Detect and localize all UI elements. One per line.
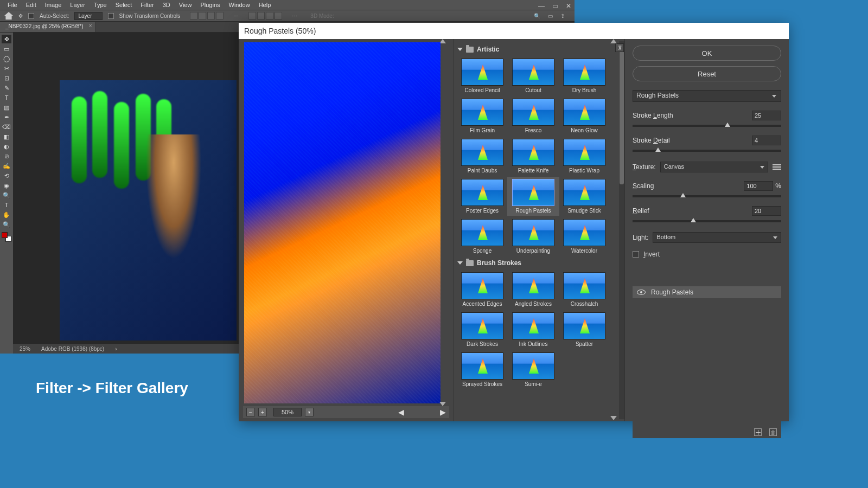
- tool-10[interactable]: ◧: [2, 132, 11, 141]
- canvas[interactable]: [60, 80, 237, 341]
- transform-checkbox[interactable]: [108, 13, 114, 19]
- scroll-up-icon[interactable]: [610, 39, 617, 43]
- menu-view[interactable]: View: [175, 1, 196, 9]
- collapse-categories-button[interactable]: ⊼: [615, 43, 624, 52]
- category-artistic[interactable]: Artistic: [456, 43, 622, 55]
- new-effect-layer-button[interactable]: [754, 428, 762, 436]
- filter-thumb-rough-pastels[interactable]: Rough Pastels: [507, 177, 559, 216]
- filter-thumb-sponge[interactable]: Sponge: [458, 219, 506, 254]
- invert-checkbox[interactable]: [633, 251, 639, 258]
- zoom-out-button[interactable]: −: [246, 408, 255, 416]
- align-btn[interactable]: [199, 12, 206, 20]
- more-icon[interactable]: ⋯: [233, 13, 239, 19]
- light-select[interactable]: Bottom: [653, 232, 781, 243]
- tool-19[interactable]: 🔍: [2, 220, 11, 229]
- tool-8[interactable]: ✒: [2, 113, 11, 121]
- delete-effect-layer-button[interactable]: 🗑: [769, 428, 777, 436]
- zoom-in-button[interactable]: +: [258, 408, 267, 416]
- filter-thumb-neon-glow[interactable]: Neon Glow: [560, 99, 608, 133]
- zoom-value[interactable]: 50%: [273, 408, 302, 416]
- zoom-value[interactable]: 25%: [20, 346, 30, 352]
- minimize-button[interactable]: —: [538, 2, 545, 10]
- menu-image[interactable]: Image: [41, 1, 66, 9]
- filter-thumb-film-grain[interactable]: Film Grain: [458, 99, 506, 133]
- stroke-detail-slider[interactable]: [633, 150, 781, 152]
- filter-thumb-fresco[interactable]: Fresco: [509, 99, 557, 133]
- filter-thumb-spatter[interactable]: Spatter: [560, 312, 608, 347]
- align-btn[interactable]: [248, 12, 256, 20]
- filter-thumb-crosshatch[interactable]: Crosshatch: [560, 272, 608, 307]
- effect-layer-row[interactable]: Rough Pastels: [633, 286, 781, 298]
- scroll-down-icon[interactable]: [439, 402, 446, 406]
- scaling-slider[interactable]: [633, 195, 781, 197]
- tool-6[interactable]: T: [2, 93, 11, 102]
- more-icon[interactable]: ⋯: [292, 13, 297, 19]
- stroke-length-input[interactable]: [752, 111, 781, 120]
- relief-input[interactable]: [752, 206, 781, 216]
- home-icon[interactable]: [4, 12, 13, 20]
- filter-thumb-watercolor[interactable]: Watercolor: [560, 219, 608, 254]
- document-tab[interactable]: _NBP0322.jpg @ 25% (RGB/8*): [0, 22, 96, 32]
- nav-next-icon[interactable]: ▶: [440, 408, 446, 416]
- align-btn[interactable]: [275, 12, 282, 20]
- close-button[interactable]: ✕: [566, 2, 571, 10]
- category-brush-strokes[interactable]: Brush Strokes: [456, 257, 622, 269]
- tool-12[interactable]: ⎚: [2, 152, 11, 160]
- tool-2[interactable]: ◯: [2, 54, 11, 63]
- tool-15[interactable]: ◉: [2, 181, 11, 190]
- tool-1[interactable]: ▭: [2, 44, 11, 53]
- filter-thumb-colored-pencil[interactable]: Colored Pencil: [458, 59, 506, 93]
- nav-prev-icon[interactable]: ◀: [398, 408, 404, 416]
- menu-help[interactable]: Help: [254, 1, 276, 9]
- align-btn[interactable]: [216, 12, 224, 20]
- align-btn[interactable]: [266, 12, 273, 20]
- relief-slider[interactable]: [633, 220, 781, 222]
- tool-4[interactable]: ⊡: [2, 74, 11, 82]
- menu-filter[interactable]: Filter: [136, 1, 158, 9]
- align-btn[interactable]: [207, 12, 215, 20]
- align-btn[interactable]: [257, 12, 265, 20]
- scroll-down-icon[interactable]: [610, 416, 617, 420]
- chevron-right-icon[interactable]: ›: [115, 346, 117, 352]
- zoom-dropdown[interactable]: ▾: [305, 408, 314, 416]
- visibility-icon[interactable]: [637, 290, 646, 295]
- align-btn[interactable]: [190, 12, 197, 20]
- layer-dropdown[interactable]: Layer: [74, 12, 102, 20]
- tool-17[interactable]: T: [2, 201, 11, 209]
- filter-thumb-dry-brush[interactable]: Dry Brush: [560, 59, 608, 93]
- filter-thumb-ink-outlines[interactable]: Ink Outlines: [509, 312, 557, 347]
- tool-13[interactable]: ✍: [2, 162, 11, 170]
- menu-edit[interactable]: Edit: [22, 1, 41, 9]
- search-icon[interactable]: 🔍: [534, 13, 540, 19]
- tool-0[interactable]: ✥: [2, 35, 11, 43]
- filter-thumb-poster-edges[interactable]: Poster Edges: [458, 179, 506, 214]
- menu-file[interactable]: File: [3, 1, 22, 9]
- move-tool-icon[interactable]: ✥: [18, 13, 23, 19]
- filter-thumb-cutout[interactable]: Cutout: [509, 59, 557, 93]
- filter-thumb-accented-edges[interactable]: Accented Edges: [458, 272, 506, 307]
- texture-select[interactable]: Canvas: [660, 162, 768, 172]
- filter-thumb-angled-strokes[interactable]: Angled Strokes: [509, 272, 557, 307]
- scaling-input[interactable]: [744, 181, 773, 191]
- share-icon[interactable]: ⇪: [560, 13, 565, 19]
- filter-thumb-paint-daubs[interactable]: Paint Daubs: [458, 139, 506, 174]
- menu-select[interactable]: Select: [111, 1, 137, 9]
- stroke-detail-input[interactable]: [752, 136, 781, 145]
- ok-button[interactable]: OK: [633, 46, 781, 61]
- tool-5[interactable]: ✎: [2, 84, 11, 92]
- filter-thumb-sprayed-strokes[interactable]: Sprayed Strokes: [458, 352, 506, 387]
- filter-thumb-plastic-wrap[interactable]: Plastic Wrap: [560, 139, 608, 174]
- category-scrollbar[interactable]: [619, 41, 624, 419]
- menu-type[interactable]: Type: [90, 1, 111, 9]
- filter-thumb-sumi-e[interactable]: Sumi-e: [509, 352, 557, 387]
- menu-3d[interactable]: 3D: [158, 1, 175, 9]
- tool-9[interactable]: ⌫: [2, 123, 11, 131]
- filter-thumb-smudge-stick[interactable]: Smudge Stick: [560, 179, 608, 214]
- menu-layer[interactable]: Layer: [66, 1, 90, 9]
- stroke-length-slider[interactable]: [633, 125, 781, 127]
- filter-thumb-palette-knife[interactable]: Palette Knife: [509, 139, 557, 174]
- tool-7[interactable]: ▨: [2, 103, 11, 112]
- filter-select[interactable]: Rough Pastels: [633, 90, 781, 102]
- tool-14[interactable]: ⟲: [2, 171, 11, 180]
- tool-3[interactable]: ✂: [2, 64, 11, 73]
